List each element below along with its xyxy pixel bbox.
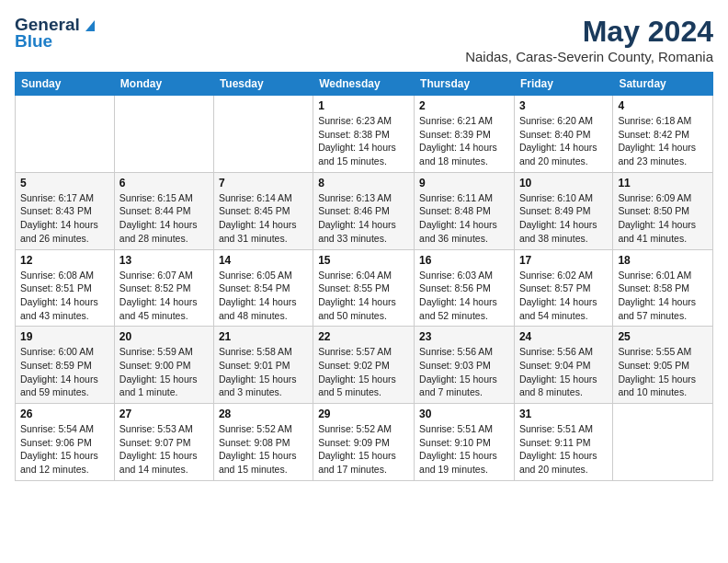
calendar-cell: 18Sunrise: 6:01 AM Sunset: 8:58 PM Dayli… xyxy=(613,249,713,327)
day-info: Sunrise: 6:02 AM Sunset: 8:57 PM Dayligh… xyxy=(519,269,608,323)
calendar-cell: 7Sunrise: 6:14 AM Sunset: 8:45 PM Daylig… xyxy=(213,172,313,249)
calendar-cell: 6Sunrise: 6:15 AM Sunset: 8:44 PM Daylig… xyxy=(114,172,213,249)
calendar-header-cell: Tuesday xyxy=(213,73,313,96)
day-info: Sunrise: 6:09 AM Sunset: 8:50 PM Dayligh… xyxy=(618,191,708,246)
day-info: Sunrise: 6:18 AM Sunset: 8:42 PM Dayligh… xyxy=(618,114,708,168)
day-number: 1 xyxy=(318,99,409,112)
calendar-body: 1Sunrise: 6:23 AM Sunset: 8:38 PM Daylig… xyxy=(16,96,713,481)
day-info: Sunrise: 5:52 AM Sunset: 9:09 PM Dayligh… xyxy=(318,422,409,477)
day-number: 20 xyxy=(119,330,209,343)
calendar-week-row: 1Sunrise: 6:23 AM Sunset: 8:38 PM Daylig… xyxy=(16,96,713,173)
day-number: 10 xyxy=(519,177,608,190)
day-info: Sunrise: 6:08 AM Sunset: 8:51 PM Dayligh… xyxy=(20,269,109,323)
day-number: 19 xyxy=(20,330,109,343)
calendar-week-row: 26Sunrise: 5:54 AM Sunset: 9:06 PM Dayli… xyxy=(16,404,713,481)
calendar-cell: 2Sunrise: 6:21 AM Sunset: 8:39 PM Daylig… xyxy=(415,96,515,173)
day-number: 11 xyxy=(618,177,708,190)
calendar-cell: 10Sunrise: 6:10 AM Sunset: 8:49 PM Dayli… xyxy=(514,172,612,249)
day-info: Sunrise: 6:04 AM Sunset: 8:55 PM Dayligh… xyxy=(318,269,409,323)
calendar-header-cell: Thursday xyxy=(415,73,515,96)
calendar-cell: 11Sunrise: 6:09 AM Sunset: 8:50 PM Dayli… xyxy=(613,172,713,249)
day-number: 7 xyxy=(219,177,308,190)
day-number: 26 xyxy=(20,408,109,420)
calendar-cell xyxy=(114,96,213,173)
logo: General Blue xyxy=(15,15,98,52)
logo-blue-text: Blue xyxy=(15,31,52,52)
day-number: 25 xyxy=(618,330,708,343)
calendar-cell xyxy=(213,96,313,173)
day-info: Sunrise: 5:55 AM Sunset: 9:05 PM Dayligh… xyxy=(618,345,708,399)
day-number: 15 xyxy=(318,254,409,267)
calendar-cell: 13Sunrise: 6:07 AM Sunset: 8:52 PM Dayli… xyxy=(114,249,213,327)
day-number: 5 xyxy=(20,177,109,190)
calendar-cell: 14Sunrise: 6:05 AM Sunset: 8:54 PM Dayli… xyxy=(213,249,313,327)
day-number: 29 xyxy=(318,408,409,420)
calendar-header-cell: Friday xyxy=(514,73,612,96)
day-number: 13 xyxy=(119,254,209,267)
calendar-cell: 28Sunrise: 5:52 AM Sunset: 9:08 PM Dayli… xyxy=(213,404,313,481)
calendar-week-row: 5Sunrise: 6:17 AM Sunset: 8:43 PM Daylig… xyxy=(16,172,713,249)
calendar-cell: 1Sunrise: 6:23 AM Sunset: 8:38 PM Daylig… xyxy=(313,96,415,173)
calendar-cell: 26Sunrise: 5:54 AM Sunset: 9:06 PM Dayli… xyxy=(16,404,115,481)
calendar-week-row: 12Sunrise: 6:08 AM Sunset: 8:51 PM Dayli… xyxy=(16,249,713,327)
calendar-cell: 21Sunrise: 5:58 AM Sunset: 9:01 PM Dayli… xyxy=(213,327,313,404)
day-info: Sunrise: 6:23 AM Sunset: 8:38 PM Dayligh… xyxy=(318,114,409,168)
calendar-header-cell: Saturday xyxy=(613,73,713,96)
calendar-cell: 27Sunrise: 5:53 AM Sunset: 9:07 PM Dayli… xyxy=(114,404,213,481)
day-number: 17 xyxy=(519,254,608,267)
day-number: 2 xyxy=(419,99,509,112)
calendar-cell: 4Sunrise: 6:18 AM Sunset: 8:42 PM Daylig… xyxy=(613,96,713,173)
day-number: 9 xyxy=(419,177,509,190)
calendar-cell: 22Sunrise: 5:57 AM Sunset: 9:02 PM Dayli… xyxy=(313,327,415,404)
calendar-cell: 19Sunrise: 6:00 AM Sunset: 8:59 PM Dayli… xyxy=(16,327,115,404)
calendar-cell: 3Sunrise: 6:20 AM Sunset: 8:40 PM Daylig… xyxy=(514,96,612,173)
calendar-table: SundayMondayTuesdayWednesdayThursdayFrid… xyxy=(15,72,713,481)
calendar-cell: 8Sunrise: 6:13 AM Sunset: 8:46 PM Daylig… xyxy=(313,172,415,249)
day-info: Sunrise: 6:14 AM Sunset: 8:45 PM Dayligh… xyxy=(219,191,308,246)
day-number: 14 xyxy=(219,254,308,267)
day-number: 30 xyxy=(419,408,509,420)
day-info: Sunrise: 6:03 AM Sunset: 8:56 PM Dayligh… xyxy=(419,269,509,323)
day-info: Sunrise: 6:10 AM Sunset: 8:49 PM Dayligh… xyxy=(519,191,608,246)
day-number: 28 xyxy=(219,408,308,420)
day-number: 23 xyxy=(419,330,509,343)
day-info: Sunrise: 5:57 AM Sunset: 9:02 PM Dayligh… xyxy=(318,345,409,399)
calendar-cell: 25Sunrise: 5:55 AM Sunset: 9:05 PM Dayli… xyxy=(613,327,713,404)
calendar-header-cell: Wednesday xyxy=(313,73,415,96)
calendar-cell: 17Sunrise: 6:02 AM Sunset: 8:57 PM Dayli… xyxy=(514,249,612,327)
day-info: Sunrise: 6:21 AM Sunset: 8:39 PM Dayligh… xyxy=(419,114,509,168)
subtitle: Naidas, Caras-Severin County, Romania xyxy=(465,49,713,64)
calendar-cell: 29Sunrise: 5:52 AM Sunset: 9:09 PM Dayli… xyxy=(313,404,415,481)
day-info: Sunrise: 6:11 AM Sunset: 8:48 PM Dayligh… xyxy=(419,191,509,246)
page-header: General Blue May 2024 Naidas, Caras-Seve… xyxy=(15,15,713,64)
main-title: May 2024 xyxy=(465,15,713,49)
day-number: 4 xyxy=(618,99,708,112)
day-info: Sunrise: 6:20 AM Sunset: 8:40 PM Dayligh… xyxy=(519,114,608,168)
day-number: 16 xyxy=(419,254,509,267)
day-number: 8 xyxy=(318,177,409,190)
day-info: Sunrise: 5:51 AM Sunset: 9:11 PM Dayligh… xyxy=(519,422,608,477)
day-number: 31 xyxy=(519,408,608,420)
title-block: May 2024 Naidas, Caras-Severin County, R… xyxy=(465,15,713,64)
day-info: Sunrise: 6:05 AM Sunset: 8:54 PM Dayligh… xyxy=(219,269,308,323)
calendar-cell: 9Sunrise: 6:11 AM Sunset: 8:48 PM Daylig… xyxy=(415,172,515,249)
day-number: 24 xyxy=(519,330,608,343)
day-number: 18 xyxy=(618,254,708,267)
day-info: Sunrise: 6:07 AM Sunset: 8:52 PM Dayligh… xyxy=(119,269,209,323)
day-info: Sunrise: 6:01 AM Sunset: 8:58 PM Dayligh… xyxy=(618,269,708,323)
logo-arrow-icon xyxy=(82,17,98,33)
day-info: Sunrise: 5:56 AM Sunset: 9:03 PM Dayligh… xyxy=(419,345,509,399)
day-number: 12 xyxy=(20,254,109,267)
day-info: Sunrise: 6:15 AM Sunset: 8:44 PM Dayligh… xyxy=(119,191,209,246)
day-info: Sunrise: 5:56 AM Sunset: 9:04 PM Dayligh… xyxy=(519,345,608,399)
day-info: Sunrise: 5:54 AM Sunset: 9:06 PM Dayligh… xyxy=(20,422,109,477)
calendar-cell xyxy=(16,96,115,173)
calendar-cell xyxy=(613,404,713,481)
calendar-cell: 15Sunrise: 6:04 AM Sunset: 8:55 PM Dayli… xyxy=(313,249,415,327)
calendar-cell: 31Sunrise: 5:51 AM Sunset: 9:11 PM Dayli… xyxy=(514,404,612,481)
day-number: 21 xyxy=(219,330,308,343)
day-number: 3 xyxy=(519,99,608,112)
calendar-header-cell: Sunday xyxy=(16,73,115,96)
calendar-cell: 23Sunrise: 5:56 AM Sunset: 9:03 PM Dayli… xyxy=(415,327,515,404)
day-number: 27 xyxy=(119,408,209,420)
